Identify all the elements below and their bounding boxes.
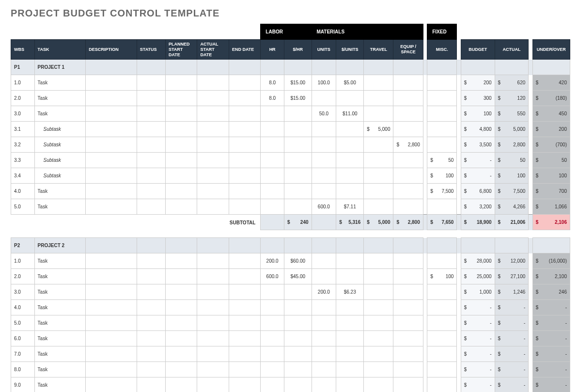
cell[interactable]: $28,000 [461, 253, 495, 269]
cell-description[interactable] [86, 199, 137, 215]
cell-pstart[interactable] [165, 75, 197, 91]
cell[interactable]: $2,106 [532, 215, 570, 230]
cell[interactable]: $50 [532, 153, 570, 168]
cell[interactable] [284, 153, 312, 168]
cell[interactable]: $246 [532, 284, 570, 300]
cell-astart[interactable] [197, 184, 229, 199]
cell[interactable] [261, 122, 284, 137]
cell[interactable] [393, 362, 423, 377]
cell-pstart[interactable] [165, 199, 197, 215]
cell-task[interactable]: Task [34, 362, 86, 377]
cell[interactable] [284, 137, 312, 153]
cell-description[interactable] [86, 300, 137, 315]
cell[interactable] [393, 331, 423, 346]
cell[interactable] [284, 362, 312, 377]
cell[interactable] [312, 184, 336, 199]
cell-pstart[interactable] [165, 315, 197, 331]
cell[interactable] [364, 75, 393, 91]
cell-pstart[interactable] [165, 91, 197, 106]
cell[interactable]: $- [495, 362, 529, 377]
cell[interactable] [427, 91, 457, 106]
cell-pstart[interactable] [165, 377, 197, 392]
cell-status[interactable] [137, 168, 165, 184]
cell[interactable] [336, 346, 364, 362]
cell[interactable] [336, 362, 364, 377]
cell[interactable] [364, 199, 393, 215]
cell[interactable] [393, 300, 423, 315]
cell[interactable]: $- [532, 362, 570, 377]
cell[interactable] [336, 300, 364, 315]
cell[interactable] [261, 199, 284, 215]
cell-end[interactable] [229, 362, 260, 377]
cell[interactable] [312, 377, 336, 392]
cell-astart[interactable] [197, 75, 229, 91]
cell[interactable]: $- [461, 168, 495, 184]
cell-astart[interactable] [197, 300, 229, 315]
cell[interactable]: $2,100 [532, 269, 570, 284]
cell-description[interactable] [86, 91, 137, 106]
cell[interactable] [312, 300, 336, 315]
cell-astart[interactable] [197, 284, 229, 300]
cell-astart[interactable] [197, 315, 229, 331]
cell-description[interactable] [86, 122, 137, 137]
cell-description[interactable] [86, 75, 137, 91]
cell[interactable]: $50 [495, 153, 529, 168]
cell-wbs[interactable]: 1.0 [11, 75, 35, 91]
cell[interactable]: $- [495, 346, 529, 362]
cell[interactable] [284, 168, 312, 184]
cell[interactable]: $15.00 [284, 91, 312, 106]
cell[interactable] [364, 153, 393, 168]
cell[interactable] [427, 137, 457, 153]
cell[interactable] [364, 106, 393, 122]
cell[interactable]: $27,100 [495, 269, 529, 284]
cell-pstart[interactable] [165, 106, 197, 122]
cell[interactable] [284, 199, 312, 215]
cell-status[interactable] [137, 377, 165, 392]
cell[interactable] [312, 137, 336, 153]
cell-end[interactable] [229, 331, 260, 346]
cell[interactable] [393, 253, 423, 269]
cell[interactable] [336, 184, 364, 199]
cell[interactable]: $450 [532, 106, 570, 122]
cell-wbs[interactable]: 1.0 [11, 253, 35, 269]
cell-pstart[interactable] [165, 168, 197, 184]
cell[interactable] [427, 284, 457, 300]
cell[interactable]: $120 [495, 91, 529, 106]
cell[interactable]: $5,000 [364, 215, 393, 230]
cell[interactable] [427, 346, 457, 362]
cell-status[interactable] [137, 106, 165, 122]
cell[interactable] [364, 377, 393, 392]
cell[interactable]: $200 [532, 122, 570, 137]
cell-astart[interactable] [197, 168, 229, 184]
cell[interactable]: $4,266 [495, 199, 529, 215]
cell-status[interactable] [137, 284, 165, 300]
cell[interactable]: $21,006 [495, 215, 529, 230]
cell[interactable] [364, 91, 393, 106]
cell-task[interactable]: Subtask [34, 168, 86, 184]
cell[interactable]: $- [461, 362, 495, 377]
cell-astart[interactable] [197, 331, 229, 346]
cell-status[interactable] [137, 153, 165, 168]
cell[interactable] [284, 106, 312, 122]
cell[interactable] [336, 137, 364, 153]
cell[interactable]: $- [495, 331, 529, 346]
cell[interactable] [284, 300, 312, 315]
cell[interactable] [284, 284, 312, 300]
cell[interactable] [427, 106, 457, 122]
cell-astart[interactable] [197, 153, 229, 168]
cell[interactable]: $(16,000) [532, 253, 570, 269]
cell-task[interactable]: Task [34, 269, 86, 284]
cell[interactable]: $2,800 [393, 137, 423, 153]
cell[interactable]: $1,246 [495, 284, 529, 300]
cell[interactable] [312, 153, 336, 168]
cell[interactable]: $- [532, 300, 570, 315]
cell[interactable]: $60.00 [284, 253, 312, 269]
cell[interactable]: $2,800 [495, 137, 529, 153]
cell[interactable] [336, 122, 364, 137]
cell[interactable] [312, 253, 336, 269]
cell-astart[interactable] [197, 362, 229, 377]
cell[interactable]: $- [532, 377, 570, 392]
cell-task[interactable]: Task [34, 253, 86, 269]
cell[interactable] [364, 284, 393, 300]
cell[interactable] [427, 331, 457, 346]
